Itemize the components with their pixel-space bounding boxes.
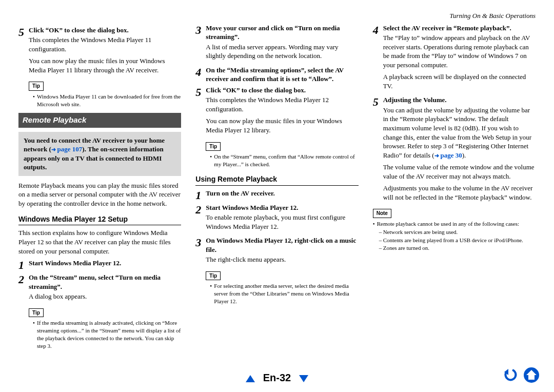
step-title: Move your cursor and click on “Turn on m… xyxy=(206,24,340,41)
step-title: Click “OK” to close the dialog box. xyxy=(29,26,129,34)
step-number: 1 xyxy=(18,260,29,271)
tip-text: Windows Media Player 11 can be downloade… xyxy=(37,93,181,108)
step-title: Select the AV receiver in “Remote playba… xyxy=(383,24,511,32)
step-body: You can adjust the volume by adjusting t… xyxy=(383,106,536,160)
step-body: You can now play the music files in your… xyxy=(206,116,358,134)
step-title: Turn on the AV receiver. xyxy=(206,189,274,197)
prev-page-icon[interactable] xyxy=(245,373,256,384)
step-body: To enable remote playback, you must firs… xyxy=(206,213,358,231)
remote-playback-intro: Remote Playback means you can play the m… xyxy=(18,181,181,208)
section-heading-remote-playback: Remote Playback xyxy=(18,113,181,127)
step-title: Start Windows Media Player 12. xyxy=(29,259,121,267)
step-title: On the “Stream” menu, select “Turn on me… xyxy=(29,273,161,290)
tip-text: On the “Stream” menu, confirm that “Allo… xyxy=(214,153,358,168)
step-number: 5 xyxy=(373,96,383,108)
step-number: 5 xyxy=(18,27,29,38)
tip-label: Tip xyxy=(29,82,44,91)
step-body: The right-click menu appears. xyxy=(206,255,358,264)
note-intro: Remote playback cannot be used in any of… xyxy=(377,220,519,228)
callout-network-required: You need to connect the AV receiver to y… xyxy=(18,132,181,176)
svg-marker-0 xyxy=(246,375,255,382)
step-body: Adjustments you make to the volume in th… xyxy=(383,184,536,202)
tip-label: Tip xyxy=(206,142,221,151)
step-body: A playback screen will be displayed on t… xyxy=(383,72,536,90)
home-icon[interactable] xyxy=(523,367,540,383)
step-number: 2 xyxy=(195,204,206,215)
tip-label: Tip xyxy=(29,308,44,318)
step-number: 5 xyxy=(195,87,206,98)
subheading-using-remote-playback: Using Remote Playback xyxy=(195,174,358,186)
step-title: On the “Media streaming options”, select… xyxy=(206,66,344,83)
step-body: You can now play the music files in your… xyxy=(29,56,181,74)
step-number: 4 xyxy=(195,67,206,78)
svg-marker-1 xyxy=(299,375,308,382)
note-item: Network services are being used. xyxy=(383,228,458,236)
note-item: Contents are being played from a USB dev… xyxy=(383,237,523,244)
step-number: 3 xyxy=(195,25,206,36)
step-body: This completes the Windows Media Player … xyxy=(206,95,358,113)
step-body: The “Play to” window appears and playbac… xyxy=(383,33,536,69)
back-icon[interactable] xyxy=(502,367,519,383)
step-title: Click “OK” to close the dialog box. xyxy=(206,86,306,94)
step-number: 4 xyxy=(373,25,383,36)
step-title: On Windows Media Player 12, right-click … xyxy=(206,237,356,253)
subheading-wmp12-setup: Windows Media Player 12 Setup xyxy=(18,214,181,226)
step-title: Start Windows Media Player 12. xyxy=(206,204,298,211)
tip-text: For selecting another media server, sele… xyxy=(214,282,358,305)
step-title: Adjusting the Volume. xyxy=(383,96,447,104)
note-item: Zones are turned on. xyxy=(383,244,429,252)
tip-text: If the media streaming is already activa… xyxy=(37,319,181,349)
step-body: The volume value of the remote window an… xyxy=(383,163,536,181)
step-number: 1 xyxy=(195,190,206,201)
step-body: A dialog box appears. xyxy=(29,292,181,301)
step-body: This completes the Windows Media Player … xyxy=(29,35,181,53)
subheading-intro: This section explains how to configure W… xyxy=(18,228,181,256)
chapter-title: Turning On & Basic Operations xyxy=(18,11,536,21)
step-number: 2 xyxy=(18,274,29,285)
step-body: A list of media server appears. Wording … xyxy=(206,43,358,61)
tip-label: Tip xyxy=(206,271,221,281)
page-link-107[interactable]: page 107 xyxy=(51,145,83,153)
page-number: En-32 xyxy=(263,372,291,383)
page-link-30[interactable]: page 30 xyxy=(434,151,462,159)
next-page-icon[interactable] xyxy=(298,373,309,384)
step-number: 3 xyxy=(195,237,206,248)
note-label: Note xyxy=(373,209,391,218)
